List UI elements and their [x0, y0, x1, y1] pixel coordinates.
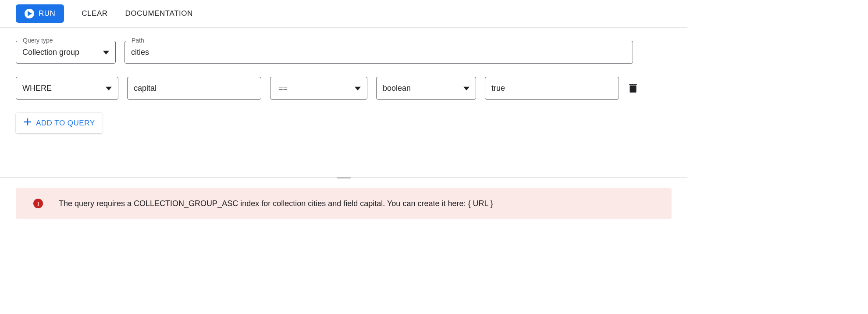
path-value: cities	[131, 48, 626, 57]
query-builder: Query type Collection group Path cities …	[0, 28, 687, 151]
clear-button[interactable]: CLEAR	[82, 9, 107, 18]
run-button[interactable]: RUN	[16, 4, 64, 23]
query-type-label: Query type	[21, 37, 55, 44]
path-label: Path	[129, 37, 146, 44]
drag-handle[interactable]	[337, 177, 351, 178]
play-icon	[25, 9, 34, 18]
delete-condition-button[interactable]	[628, 83, 638, 93]
operator-select[interactable]: ==	[270, 77, 367, 100]
data-type-value: boolean	[383, 84, 459, 93]
documentation-button[interactable]: DOCUMENTATION	[125, 9, 193, 18]
chevron-down-icon	[103, 48, 109, 57]
condition-row: WHERE capital == boolean true	[16, 77, 672, 100]
field-name-input[interactable]: capital	[127, 77, 261, 100]
plus-icon	[24, 118, 32, 128]
data-type-select[interactable]: boolean	[376, 77, 476, 100]
clause-select[interactable]: WHERE	[16, 77, 118, 100]
operator-value: ==	[278, 84, 350, 93]
chevron-down-icon	[106, 84, 112, 93]
error-icon: !	[33, 199, 43, 208]
query-type-select[interactable]: Query type Collection group	[16, 41, 116, 64]
error-message: The query requires a COLLECTION_GROUP_AS…	[59, 199, 493, 208]
results-divider	[0, 177, 687, 178]
results-panel: ! The query requires a COLLECTION_GROUP_…	[0, 178, 687, 229]
add-to-query-label: ADD TO QUERY	[36, 119, 95, 128]
toolbar: RUN CLEAR DOCUMENTATION	[0, 0, 687, 28]
trash-icon	[629, 84, 637, 93]
error-banner: ! The query requires a COLLECTION_GROUP_…	[16, 188, 672, 219]
value-input[interactable]: true	[485, 77, 619, 100]
query-type-value: Collection group	[22, 48, 99, 57]
path-input[interactable]: Path cities	[125, 41, 633, 64]
run-label: RUN	[39, 9, 55, 18]
svg-rect-0	[629, 84, 637, 85]
add-to-query-button[interactable]: ADD TO QUERY	[16, 113, 103, 133]
chevron-down-icon	[355, 84, 361, 93]
field-name-value: capital	[134, 84, 255, 93]
chevron-down-icon	[463, 84, 470, 93]
clause-value: WHERE	[22, 84, 101, 93]
value-value: true	[491, 84, 612, 93]
